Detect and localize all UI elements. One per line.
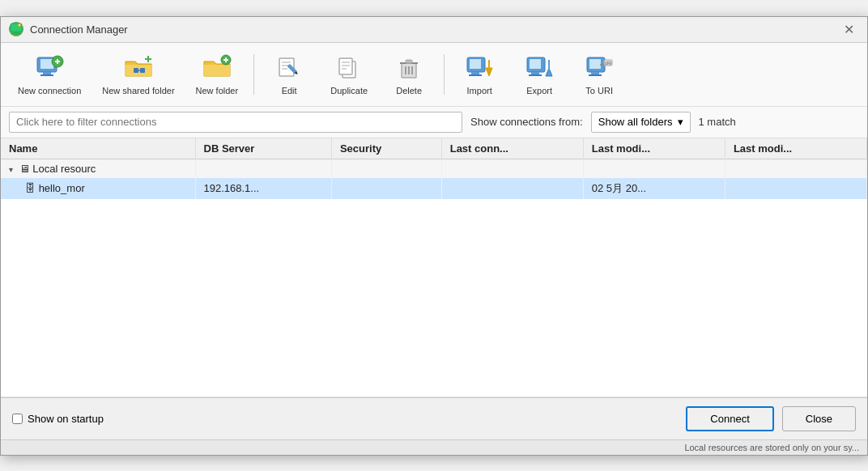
edit-icon-area bbox=[274, 53, 304, 83]
new-connection-icon-area bbox=[35, 53, 64, 83]
connections-table: Name DB Server Security Last conn... Las… bbox=[1, 138, 867, 199]
show-on-startup-container: Show on startup bbox=[12, 413, 104, 425]
close-button[interactable]: Close bbox=[782, 406, 856, 431]
folder-dropdown[interactable]: Show all folders ▾ bbox=[591, 112, 691, 133]
svg-rect-40 bbox=[471, 72, 479, 74]
chevron-down-icon: ▾ bbox=[678, 116, 683, 128]
export-icon-area bbox=[525, 53, 554, 83]
table-row[interactable]: ▾ 🖥 Local resourc bbox=[1, 159, 867, 178]
separator-1 bbox=[253, 54, 254, 95]
item-security bbox=[331, 178, 441, 199]
svg-rect-2 bbox=[11, 33, 21, 34]
group-security bbox=[331, 159, 441, 178]
duplicate-icon-area bbox=[334, 53, 364, 83]
delete-button[interactable]: Delete bbox=[381, 48, 437, 101]
col-last-modi2[interactable]: Last modi... bbox=[725, 138, 866, 159]
export-button[interactable]: Export bbox=[511, 48, 568, 101]
status-bar: Local resources are stored only on your … bbox=[1, 439, 867, 455]
bottom-buttons: Connect Close bbox=[686, 406, 856, 431]
app-icon bbox=[9, 22, 23, 36]
edit-label: Edit bbox=[282, 86, 297, 95]
svg-rect-8 bbox=[43, 72, 51, 74]
connections-table-container: Name DB Server Security Last conn... Las… bbox=[1, 138, 867, 397]
delete-label: Delete bbox=[396, 86, 422, 95]
import-button[interactable]: Import bbox=[451, 48, 508, 101]
group-last-modi2 bbox=[725, 159, 866, 178]
new-folder-button[interactable]: New folder bbox=[187, 48, 248, 101]
new-connection-label: New connection bbox=[18, 86, 81, 95]
bottom-bar: Show on startup Connect Close bbox=[1, 397, 867, 439]
svg-rect-17 bbox=[147, 56, 149, 62]
svg-rect-47 bbox=[529, 74, 542, 76]
to-uri-label: To URI bbox=[585, 86, 613, 95]
new-shared-folder-label: New shared folder bbox=[102, 86, 174, 95]
group-last-modi1 bbox=[583, 159, 725, 178]
new-folder-icon-area bbox=[202, 53, 232, 83]
to-uri-icon-area: URI bbox=[585, 53, 614, 83]
toolbar: New connection New shared folder bbox=[1, 43, 867, 107]
edit-button[interactable]: Edit bbox=[261, 48, 317, 101]
item-icon: 🗄 bbox=[25, 182, 36, 194]
separator-2 bbox=[444, 54, 445, 95]
col-name[interactable]: Name bbox=[1, 138, 195, 159]
match-count: 1 match bbox=[699, 116, 736, 128]
close-window-button[interactable]: ✕ bbox=[839, 20, 859, 39]
group-icon: 🖥 bbox=[19, 163, 30, 175]
show-on-startup-label: Show on startup bbox=[28, 413, 104, 425]
item-last-conn bbox=[441, 178, 583, 199]
table-row[interactable]: 🗄 hello_mor 192.168.1... 02 5月 20... bbox=[1, 178, 867, 199]
svg-rect-9 bbox=[40, 74, 53, 76]
status-text: Local resources are stored only on your … bbox=[684, 443, 859, 452]
window-title: Connection Manager bbox=[30, 23, 128, 36]
to-uri-button[interactable]: URI To URI bbox=[571, 48, 628, 101]
svg-rect-45 bbox=[530, 59, 541, 69]
expand-arrow-icon: ▾ bbox=[9, 165, 13, 174]
item-last-modi2 bbox=[725, 178, 866, 199]
show-connections-label: Show connections from: bbox=[470, 116, 583, 128]
title-bar-left: Connection Manager bbox=[9, 22, 128, 36]
export-label: Export bbox=[526, 86, 552, 95]
duplicate-button[interactable]: Duplicate bbox=[321, 48, 377, 101]
import-icon-area bbox=[465, 53, 494, 83]
svg-rect-51 bbox=[589, 59, 601, 69]
svg-rect-46 bbox=[531, 72, 539, 74]
svg-rect-13 bbox=[134, 68, 138, 73]
svg-rect-53 bbox=[589, 74, 602, 76]
item-db-server: 192.168.1... bbox=[195, 178, 331, 199]
folder-dropdown-label: Show all folders bbox=[598, 116, 673, 128]
import-label: Import bbox=[467, 86, 492, 95]
item-last-modi1: 02 5月 20... bbox=[583, 178, 725, 199]
group-db-server bbox=[195, 159, 331, 178]
new-shared-folder-icon-area bbox=[124, 53, 153, 83]
filter-bar: Show connections from: Show all folders … bbox=[1, 107, 867, 138]
delete-icon-area bbox=[394, 53, 423, 83]
col-db-server[interactable]: DB Server bbox=[195, 138, 331, 159]
filter-input[interactable] bbox=[9, 112, 462, 133]
svg-rect-41 bbox=[469, 74, 482, 76]
group-last-conn bbox=[441, 159, 583, 178]
group-row-name: ▾ 🖥 Local resourc bbox=[1, 159, 195, 178]
table-header-row: Name DB Server Security Last conn... Las… bbox=[1, 138, 867, 159]
svg-rect-39 bbox=[470, 59, 481, 69]
col-last-conn[interactable]: Last conn... bbox=[441, 138, 583, 159]
item-row-name: 🗄 hello_mor bbox=[1, 178, 195, 199]
svg-rect-1 bbox=[13, 32, 19, 33]
col-last-modi1[interactable]: Last modi... bbox=[583, 138, 725, 159]
new-shared-folder-button[interactable]: New shared folder bbox=[93, 48, 183, 101]
duplicate-label: Duplicate bbox=[330, 86, 368, 95]
connect-button[interactable]: Connect bbox=[686, 406, 773, 431]
svg-text:URI: URI bbox=[605, 61, 612, 66]
col-security[interactable]: Security bbox=[331, 138, 441, 159]
new-connection-button[interactable]: New connection bbox=[9, 48, 90, 101]
new-folder-label: New folder bbox=[196, 86, 239, 95]
show-on-startup-checkbox[interactable] bbox=[12, 414, 23, 424]
svg-rect-52 bbox=[591, 72, 599, 74]
title-bar: Connection Manager ✕ bbox=[1, 17, 867, 43]
svg-rect-28 bbox=[339, 58, 352, 74]
svg-rect-34 bbox=[406, 60, 412, 63]
connection-manager-window: Connection Manager ✕ New connection bbox=[0, 16, 868, 456]
svg-rect-14 bbox=[140, 68, 145, 73]
